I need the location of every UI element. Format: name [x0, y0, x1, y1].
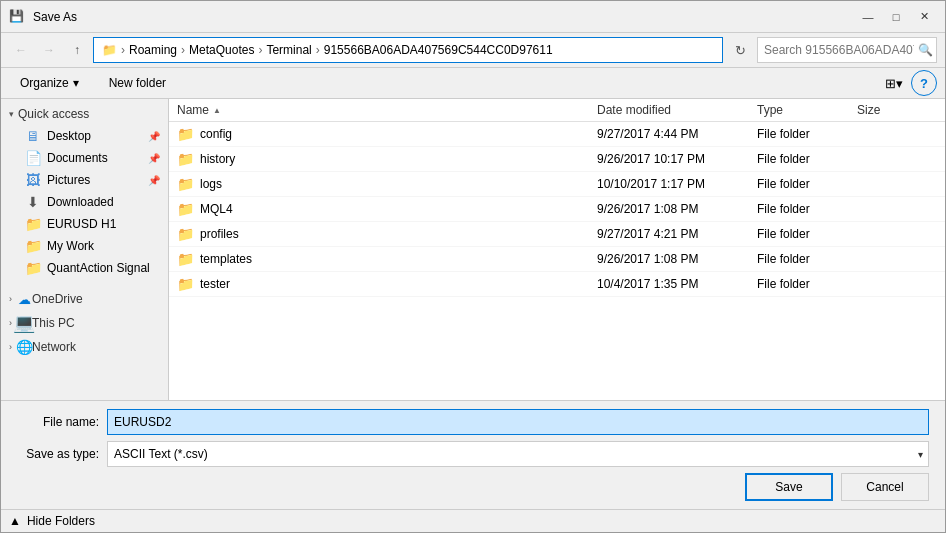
thispc-label: This PC	[32, 316, 75, 330]
breadcrumb-metaquotes: MetaQuotes	[189, 43, 254, 57]
minimize-button[interactable]: —	[855, 7, 881, 27]
dialog-title: Save As	[33, 10, 855, 24]
forward-button[interactable]: →	[37, 38, 61, 62]
table-row[interactable]: 📁 tester 10/4/2017 1:35 PM File folder	[169, 272, 945, 297]
table-row[interactable]: 📁 config 9/27/2017 4:44 PM File folder	[169, 122, 945, 147]
dialog-icon: 💾	[9, 9, 25, 25]
cancel-button[interactable]: Cancel	[841, 473, 929, 501]
pin-icon: 📌	[148, 131, 160, 142]
download-icon: ⬇	[25, 194, 41, 210]
file-rows-container: 📁 config 9/27/2017 4:44 PM File folder 📁…	[169, 122, 945, 297]
table-row[interactable]: 📁 templates 9/26/2017 1:08 PM File folde…	[169, 247, 945, 272]
filename-row: File name:	[17, 409, 929, 435]
file-type: File folder	[757, 152, 857, 166]
file-date: 9/27/2017 4:21 PM	[597, 227, 757, 241]
sidebar-section-quick-access[interactable]: ▾ Quick access	[1, 103, 168, 125]
file-date: 9/26/2017 1:08 PM	[597, 202, 757, 216]
file-date: 9/26/2017 1:08 PM	[597, 252, 757, 266]
view-chevron-icon: ▾	[896, 76, 903, 91]
sidebar-item-pictures[interactable]: 🖼 Pictures 📌	[1, 169, 168, 191]
table-row[interactable]: 📁 history 9/26/2017 10:17 PM File folder	[169, 147, 945, 172]
search-input[interactable]	[764, 43, 914, 57]
breadcrumb-icon: 📁	[102, 43, 117, 57]
bottom-area: File name: Save as type: ASCII Text (*.c…	[1, 400, 945, 509]
pictures-icon: 🖼	[25, 172, 41, 188]
network-chevron-icon: ›	[9, 342, 12, 352]
column-size-header[interactable]: Size	[857, 103, 937, 117]
onedrive-label: OneDrive	[32, 292, 83, 306]
organize-label: Organize	[20, 76, 69, 90]
sidebar-item-quantaction[interactable]: 📁 QuantAction Signal	[1, 257, 168, 279]
column-type-header[interactable]: Type	[757, 103, 857, 117]
network-icon: 🌐	[16, 339, 32, 355]
column-date-header[interactable]: Date modified	[597, 103, 757, 117]
filename-input[interactable]	[107, 409, 929, 435]
folder-file-icon: 📁	[177, 176, 194, 192]
col-type-label: Type	[757, 103, 783, 117]
sidebar-item-mywork[interactable]: 📁 My Work	[1, 235, 168, 257]
onedrive-chevron-icon: ›	[9, 294, 12, 304]
file-date: 10/4/2017 1:35 PM	[597, 277, 757, 291]
file-name: config	[200, 127, 232, 141]
filename-label: File name:	[17, 415, 107, 429]
folder-icon-mywork: 📁	[25, 238, 41, 254]
view-icon: ⊞	[885, 76, 896, 91]
file-date: 10/10/2017 1:17 PM	[597, 177, 757, 191]
sidebar-section-network[interactable]: › 🌐 Network	[1, 335, 168, 359]
file-name: tester	[200, 277, 230, 291]
file-date: 9/27/2017 4:44 PM	[597, 127, 757, 141]
savetype-label: Save as type:	[17, 447, 107, 461]
column-name-header[interactable]: Name ▲	[177, 103, 597, 117]
help-button[interactable]: ?	[911, 70, 937, 96]
savetype-select-wrapper: ASCII Text (*.csv) CSV (*.csv) All Files…	[107, 441, 929, 467]
hide-folders-chevron-icon: ▲	[9, 514, 21, 528]
folder-icon-quantaction: 📁	[25, 260, 41, 276]
hide-folders-row[interactable]: ▲ Hide Folders	[1, 509, 945, 532]
folder-file-icon: 📁	[177, 251, 194, 267]
refresh-button[interactable]: ↻	[727, 37, 753, 63]
sidebar-item-label-documents: Documents	[47, 151, 108, 165]
organize-chevron-icon: ▾	[73, 76, 79, 90]
table-row[interactable]: 📁 profiles 9/27/2017 4:21 PM File folder	[169, 222, 945, 247]
table-row[interactable]: 📁 logs 10/10/2017 1:17 PM File folder	[169, 172, 945, 197]
file-date: 9/26/2017 10:17 PM	[597, 152, 757, 166]
file-type: File folder	[757, 127, 857, 141]
sidebar-item-downloaded[interactable]: ⬇ Downloaded	[1, 191, 168, 213]
computer-icon: 💻	[16, 315, 32, 331]
sidebar-item-desktop[interactable]: 🖥 Desktop 📌	[1, 125, 168, 147]
maximize-button[interactable]: □	[883, 7, 909, 27]
file-type: File folder	[757, 277, 857, 291]
thispc-chevron-icon: ›	[9, 318, 12, 328]
search-box[interactable]: 🔍	[757, 37, 937, 63]
sidebar-item-eurusd[interactable]: 📁 EURUSD H1	[1, 213, 168, 235]
up-button[interactable]: ↑	[65, 38, 89, 62]
new-folder-label: New folder	[109, 76, 166, 90]
file-list: Name ▲ Date modified Type Size 📁 config …	[169, 99, 945, 400]
file-name: logs	[200, 177, 222, 191]
address-bar-row: ← → ↑ 📁 › Roaming › MetaQuotes › Termina…	[1, 33, 945, 68]
pin-icon-docs: 📌	[148, 153, 160, 164]
breadcrumb-terminal: Terminal	[266, 43, 311, 57]
table-row[interactable]: 📁 MQL4 9/26/2017 1:08 PM File folder	[169, 197, 945, 222]
close-button[interactable]: ✕	[911, 7, 937, 27]
network-label: Network	[32, 340, 76, 354]
view-button[interactable]: ⊞ ▾	[881, 70, 907, 96]
folder-file-icon: 📁	[177, 276, 194, 292]
sidebar-item-documents[interactable]: 📄 Documents 📌	[1, 147, 168, 169]
hide-folders-label: Hide Folders	[27, 514, 95, 528]
sidebar-item-label-quantaction: QuantAction Signal	[47, 261, 150, 275]
save-as-dialog: 💾 Save As — □ ✕ ← → ↑ 📁 › Roaming › Meta…	[0, 0, 946, 533]
file-list-header: Name ▲ Date modified Type Size	[169, 99, 945, 122]
new-folder-button[interactable]: New folder	[98, 70, 177, 96]
sidebar-section-thispc[interactable]: › 💻 This PC	[1, 311, 168, 335]
savetype-select[interactable]: ASCII Text (*.csv) CSV (*.csv) All Files…	[107, 441, 929, 467]
title-bar-buttons: — □ ✕	[855, 7, 937, 27]
file-name: templates	[200, 252, 252, 266]
sidebar-item-label-pictures: Pictures	[47, 173, 90, 187]
pin-icon-pics: 📌	[148, 175, 160, 186]
sidebar-section-onedrive[interactable]: › ☁ OneDrive	[1, 287, 168, 311]
save-button[interactable]: Save	[745, 473, 833, 501]
organize-button[interactable]: Organize ▾	[9, 70, 90, 96]
back-button[interactable]: ←	[9, 38, 33, 62]
address-bar[interactable]: 📁 › Roaming › MetaQuotes › Terminal › 91…	[93, 37, 723, 63]
